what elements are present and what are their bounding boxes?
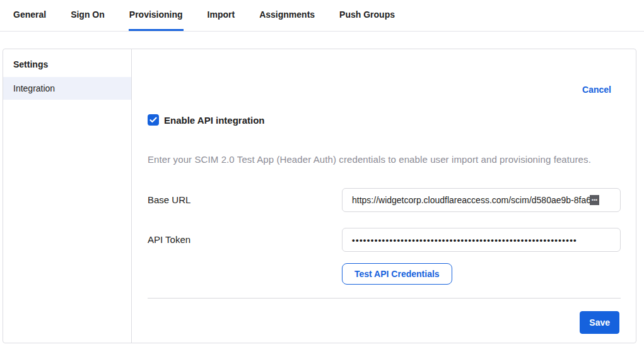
sidebar-header-settings: Settings (3, 53, 131, 77)
base-url-row: Base URL https://widgetcorp.cloudflareac… (148, 188, 621, 212)
enable-api-integration-row: Enable API integration (148, 114, 621, 126)
enable-api-integration-checkbox[interactable] (148, 114, 159, 126)
integration-settings-main: Cancel Enable API integration Enter your… (132, 49, 637, 343)
base-url-label: Base URL (148, 188, 342, 205)
sidebar-item-integration[interactable]: Integration (3, 77, 131, 100)
text-overflow-cursor-icon: ••• (590, 195, 599, 205)
tab-general[interactable]: General (13, 9, 47, 31)
enable-api-integration-label: Enable API integration (164, 115, 264, 126)
api-token-input[interactable]: ••••••••••••••••••••••••••••••••••••••••… (342, 228, 621, 252)
provisioning-panel: Settings Integration Cancel Enable API i… (3, 49, 636, 343)
credentials-description: Enter your SCIM 2.0 Test App (Header Aut… (148, 154, 621, 165)
api-token-label: API Token (148, 228, 342, 245)
footer-divider (148, 298, 621, 299)
base-url-input[interactable]: https://widgetcorp.cloudflareaccess.com/… (342, 188, 621, 212)
save-button[interactable]: Save (580, 311, 619, 334)
api-token-masked-value: ••••••••••••••••••••••••••••••••••••••••… (352, 235, 577, 245)
api-token-row: API Token ••••••••••••••••••••••••••••••… (148, 228, 621, 252)
checkmark-icon (149, 117, 157, 123)
cancel-button[interactable]: Cancel (582, 85, 611, 95)
test-api-credentials-button[interactable]: Test API Credentials (342, 263, 452, 285)
app-tab-bar: General Sign On Provisioning Import Assi… (0, 0, 644, 32)
base-url-value: https://widgetcorp.cloudflareaccess.com/… (352, 195, 591, 205)
tab-sign-on[interactable]: Sign On (70, 9, 105, 31)
tab-provisioning[interactable]: Provisioning (129, 9, 184, 31)
tab-push-groups[interactable]: Push Groups (339, 9, 395, 31)
tab-import[interactable]: Import (207, 9, 236, 31)
settings-sidebar: Settings Integration (3, 49, 132, 343)
tab-assignments[interactable]: Assignments (259, 9, 315, 31)
